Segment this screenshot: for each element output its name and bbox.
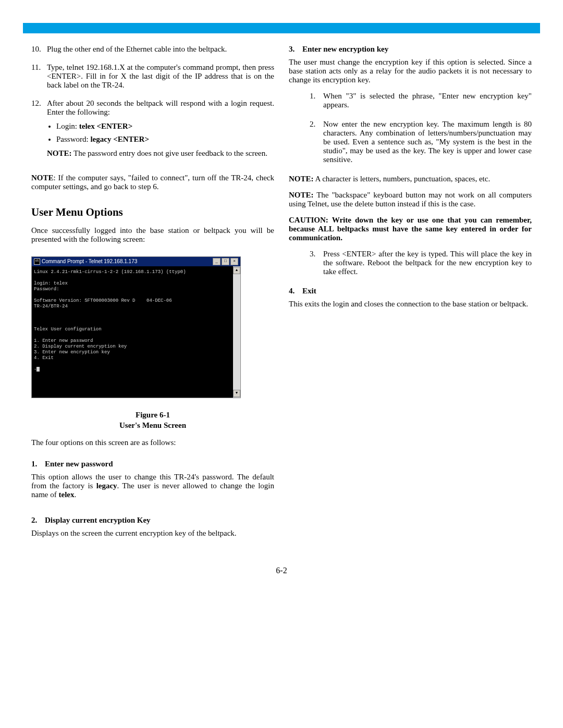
step-text: Now enter the new encryption key. The ma… (323, 120, 532, 164)
option-2-heading: 2.Display current encryption Key (31, 516, 274, 525)
scroll-down-icon[interactable]: ▼ (233, 390, 240, 397)
login-label: Login: (56, 122, 79, 130)
list-item: 2. Now enter the new encryption key. The… (310, 120, 532, 164)
note-label: NOTE: (47, 149, 72, 157)
section-heading: User Menu Options (31, 206, 274, 219)
scrollbar[interactable]: ▲ ▼ (233, 266, 240, 398)
option-4-heading: 4.Exit (289, 287, 532, 295)
option-1-body: This option allows the user to change th… (31, 473, 274, 499)
login-sublist: Login: telex <ENTER> Password: legacy <E… (56, 122, 274, 144)
maximize-icon[interactable]: □ (222, 258, 229, 265)
minimize-icon[interactable]: _ (213, 258, 221, 265)
step-text: Plug the other end of the Ethernet cable… (47, 45, 227, 54)
figure-title: User's Menu Screen (31, 420, 274, 430)
note-text: A character is letters, numbers, punctua… (314, 175, 491, 183)
terminal-output: Linux 2.4.21-rmk1-cirrus-1-2-2 (192.168.… (32, 266, 233, 398)
password-value: legacy <ENTER> (90, 135, 149, 143)
section-intro: Once successfully logged into the base s… (31, 226, 274, 244)
option-title: Exit (302, 287, 316, 295)
window-controls: _ □ × (213, 258, 238, 265)
option-2-body: Displays on the screen the current encry… (31, 529, 274, 538)
window-titlebar: c\\Command Prompt - Telnet 192.168.1.173… (32, 257, 240, 266)
window-title: c\\Command Prompt - Telnet 192.168.1.173 (34, 258, 137, 265)
text-bold: legacy (96, 482, 117, 490)
cursor-icon (36, 367, 40, 372)
step-12: 12. After about 20 seconds the beltpack … (31, 99, 274, 158)
option-4-body: This exits the login and closes the conn… (289, 300, 532, 309)
window-body: Linux 2.4.21-rmk1-cirrus-1-2-2 (192.168.… (32, 266, 240, 398)
option-1-heading: 1.Enter new password (31, 460, 274, 468)
right-column: 3.Enter new encryption key The user must… (289, 45, 532, 545)
step-number: 3. (310, 250, 323, 276)
figure-number: Figure 6-1 (31, 410, 274, 420)
note-backspace: NOTE: The "backspace" keyboard button ma… (289, 191, 532, 208)
password-label: Password: (56, 135, 90, 143)
note-text: The "backspace" keyboard button may not … (289, 191, 532, 208)
note-label: NOTE (31, 174, 54, 182)
step-number: 11. (31, 63, 47, 90)
note-label: NOTE: (289, 175, 314, 183)
window-title-text: Command Prompt - Telnet 192.168.1.173 (42, 258, 137, 264)
step-11: 11. Type, telnet 192.168.1.X at the comp… (31, 63, 274, 90)
option-number: 2. (31, 516, 45, 525)
text-bold: telex (58, 490, 74, 499)
password-line: Password: legacy <ENTER> (56, 135, 274, 144)
note-character: NOTE: A character is letters, numbers, p… (289, 175, 532, 183)
step-text: When "3" is selected the phrase, "Enter … (323, 92, 532, 109)
step-text: Press <ENTER> after the key is typed. Th… (323, 250, 532, 276)
close-icon[interactable]: × (230, 258, 238, 265)
step-text: Type, telnet 192.168.1.X at the computer… (47, 63, 274, 90)
note-text: The password entry does not give user fe… (72, 149, 267, 157)
option-title: Enter new encryption key (302, 45, 388, 53)
cmd-icon: c\\ (34, 258, 40, 265)
text: . (74, 490, 76, 499)
header-bar (23, 23, 540, 33)
step-number: 10. (31, 45, 47, 54)
option-3-intro: The user must change the encryption key … (289, 58, 532, 84)
note-label: NOTE: (289, 191, 314, 199)
option-title: Display current encryption Key (45, 516, 151, 524)
page-content: 10. Plug the other end of the Ethernet c… (0, 33, 563, 566)
option-number: 4. (289, 287, 302, 295)
option-number: 1. (31, 460, 45, 468)
list-item: 3. Press <ENTER> after the key is typed.… (310, 250, 532, 276)
scroll-up-icon[interactable]: ▲ (233, 267, 240, 274)
four-options-intro: The four options on this screen are as f… (31, 438, 274, 447)
setup-steps: 10. Plug the other end of the Ethernet c… (31, 45, 274, 158)
option-3-steps-cont: 3. Press <ENTER> after the key is typed.… (310, 250, 532, 276)
terminal-text: Linux 2.4.21-rmk1-cirrus-1-2-2 (192.168.… (34, 269, 186, 372)
step-number: 2. (310, 120, 323, 164)
option-number: 3. (289, 45, 302, 54)
step-number: 1. (310, 92, 323, 109)
step-text: After about 20 seconds the beltpack will… (47, 99, 274, 117)
note-text: : If the computer says, "failed to conne… (31, 174, 274, 191)
option-title: Enter new password (45, 460, 113, 468)
figure-caption: Figure 6-1 User's Menu Screen (31, 410, 274, 431)
caution: CAUTION: Write down the key or use one t… (289, 216, 532, 242)
step-10: 10. Plug the other end of the Ethernet c… (31, 45, 274, 54)
option-3-heading: 3.Enter new encryption key (289, 45, 532, 54)
note-failed-connect: NOTE: If the computer says, "failed to c… (31, 174, 274, 191)
figure-terminal: c\\Command Prompt - Telnet 192.168.1.173… (31, 256, 274, 431)
login-value: telex <ENTER> (79, 122, 133, 130)
login-line: Login: telex <ENTER> (56, 122, 274, 131)
page-number: 6-2 (0, 566, 563, 596)
note-password: NOTE: The password entry does not give u… (47, 149, 274, 158)
left-column: 10. Plug the other end of the Ethernet c… (31, 45, 274, 545)
list-item: 1. When "3" is selected the phrase, "Ent… (310, 92, 532, 109)
step-number: 12. (31, 99, 47, 117)
command-window: c\\Command Prompt - Telnet 192.168.1.173… (31, 256, 241, 398)
option-3-steps: 1. When "3" is selected the phrase, "Ent… (310, 92, 532, 164)
